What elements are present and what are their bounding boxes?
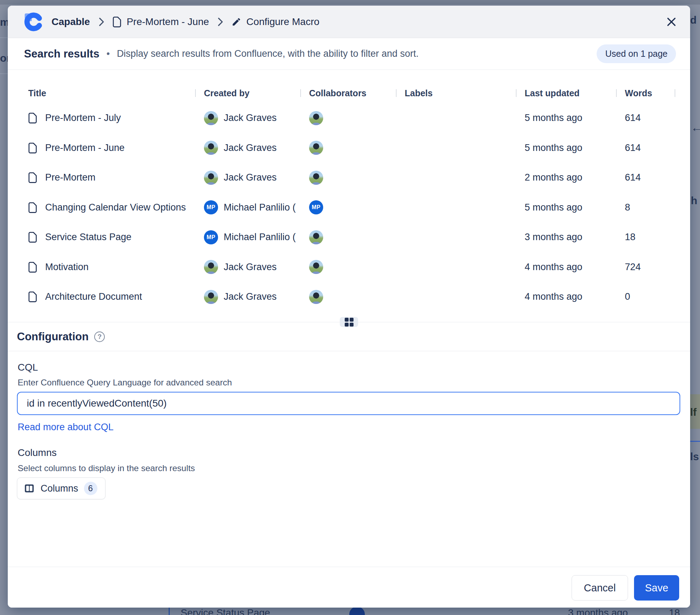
cql-input[interactable] <box>17 392 680 415</box>
capable-logo-icon <box>24 12 44 32</box>
document-icon <box>28 262 37 273</box>
columns-icon <box>24 483 35 494</box>
word-count: 0 <box>616 282 675 312</box>
labels-cell <box>396 252 516 282</box>
row-title[interactable]: Service Status Page <box>45 232 132 243</box>
table-row: Pre-Mortem - JulyJack Graves5 months ago… <box>23 103 675 133</box>
chevron-right-icon <box>217 17 224 26</box>
column-divider <box>300 89 301 97</box>
columns-button-label: Columns <box>41 483 78 494</box>
usage-badge: Used on 1 page <box>597 44 676 63</box>
created-by: Jack Graves <box>224 142 277 153</box>
word-count: 614 <box>616 163 675 193</box>
document-icon <box>28 291 37 302</box>
cancel-button[interactable]: Cancel <box>572 575 628 601</box>
column-divider <box>396 89 397 97</box>
user-avatar-photo <box>204 111 218 125</box>
user-avatar-initials: MP <box>309 200 323 214</box>
created-by: Jack Graves <box>224 291 277 302</box>
row-title[interactable]: Pre-Mortem - July <box>45 112 121 123</box>
row-title[interactable]: Motivation <box>45 262 89 273</box>
table-row: Service Status PageMPMichael Panlilio (3… <box>23 222 675 252</box>
table-row: Architecture DocumentJack Graves4 months… <box>23 282 675 312</box>
backdrop-text-fragment: d <box>690 14 696 26</box>
backdrop-row-title: Service Status Page <box>181 607 270 615</box>
backdrop-divider <box>0 73 8 74</box>
configuration-heading: Configuration <box>17 330 89 343</box>
macro-title: Search results <box>24 48 99 60</box>
user-avatar-photo <box>204 141 218 155</box>
breadcrumb-page[interactable]: Pre-Mortem - June <box>127 16 209 28</box>
column-divider <box>675 89 675 97</box>
user-avatar-photo <box>309 171 323 185</box>
row-title[interactable]: Architecture Document <box>45 291 142 302</box>
word-count: 724 <box>616 252 675 282</box>
row-title[interactable]: Changing Calendar View Options <box>45 202 186 213</box>
user-avatar-photo <box>309 111 323 125</box>
column-header[interactable]: Created by <box>195 86 300 100</box>
close-icon[interactable] <box>666 17 677 27</box>
help-icon[interactable]: ? <box>94 331 105 342</box>
backdrop-text-fragment: lf <box>690 406 696 418</box>
resize-drag-handle[interactable] <box>340 317 358 327</box>
backdrop-row-words: 18 <box>669 607 680 615</box>
row-title[interactable]: Pre-Mortem - June <box>45 142 125 153</box>
word-count: 614 <box>616 133 675 163</box>
cql-label: CQL <box>18 362 38 373</box>
table-row: Pre-Mortem - JuneJack Graves5 months ago… <box>23 133 675 163</box>
document-icon <box>28 202 37 213</box>
table-row: Changing Calendar View OptionsMPMichael … <box>23 193 675 223</box>
labels-cell <box>396 193 516 223</box>
column-header[interactable]: Words <box>616 86 675 100</box>
last-updated: 5 months ago <box>516 193 616 223</box>
column-header[interactable]: Title <box>23 86 195 100</box>
created-by: Michael Panlilio ( <box>224 202 296 213</box>
drag-handle-dots-icon <box>345 318 354 327</box>
breadcrumb-action: Configure Macro <box>246 16 319 28</box>
last-updated: 4 months ago <box>516 282 616 312</box>
created-by: Michael Panlilio ( <box>224 232 296 243</box>
last-updated: 3 months ago <box>516 222 616 252</box>
column-header[interactable]: Last updated <box>516 86 616 100</box>
column-divider <box>195 89 196 97</box>
columns-label: Columns <box>18 447 56 458</box>
user-avatar-photo <box>309 260 323 274</box>
save-button[interactable]: Save <box>634 575 679 601</box>
configure-macro-dialog: Capable Pre-Mortem - June Configure Macr… <box>8 6 690 608</box>
labels-cell <box>396 103 516 133</box>
breadcrumb-app[interactable]: Capable <box>52 16 90 28</box>
macro-description: Display search results from Confluence, … <box>117 48 418 59</box>
user-avatar-photo <box>204 171 218 185</box>
row-title[interactable]: Pre-Mortem <box>45 172 96 183</box>
column-divider <box>616 89 617 97</box>
user-avatar-photo <box>204 260 218 274</box>
backdrop-text-fragment: h <box>691 195 697 207</box>
document-icon <box>113 16 122 28</box>
labels-cell <box>396 133 516 163</box>
macro-summary-row: Search results • Display search results … <box>8 38 690 70</box>
table-row: MotivationJack Graves4 months ago724 <box>23 252 675 282</box>
user-avatar-initials: MP <box>204 230 218 244</box>
word-count: 18 <box>616 222 675 252</box>
created-by: Jack Graves <box>224 112 277 123</box>
columns-picker-button[interactable]: Columns 6 <box>17 477 105 499</box>
last-updated: 5 months ago <box>516 103 616 133</box>
cql-read-more-link[interactable]: Read more about CQL <box>18 422 114 433</box>
column-divider <box>516 89 517 97</box>
created-by: Jack Graves <box>224 172 277 183</box>
column-header[interactable]: Collaborators <box>300 86 396 100</box>
pencil-icon <box>231 17 241 27</box>
search-results-table: TitleCreated byCollaboratorsLabelsLast u… <box>23 70 675 322</box>
backdrop-top-strip <box>0 0 700 5</box>
backdrop-divider <box>689 441 700 442</box>
screen: me or d ← h lf ls Service Status Page 3 … <box>0 0 700 615</box>
dialog-footer: Cancel Save <box>8 567 690 608</box>
column-header[interactable]: Labels <box>396 86 516 100</box>
labels-cell <box>396 163 516 193</box>
last-updated: 2 months ago <box>516 163 616 193</box>
backdrop-text-fragment: ls <box>690 451 699 463</box>
user-avatar-photo <box>204 290 218 304</box>
cql-description: Enter Confluence Query Language for adva… <box>18 378 232 388</box>
user-avatar-initials: MP <box>204 200 218 214</box>
user-avatar-photo <box>309 290 323 304</box>
